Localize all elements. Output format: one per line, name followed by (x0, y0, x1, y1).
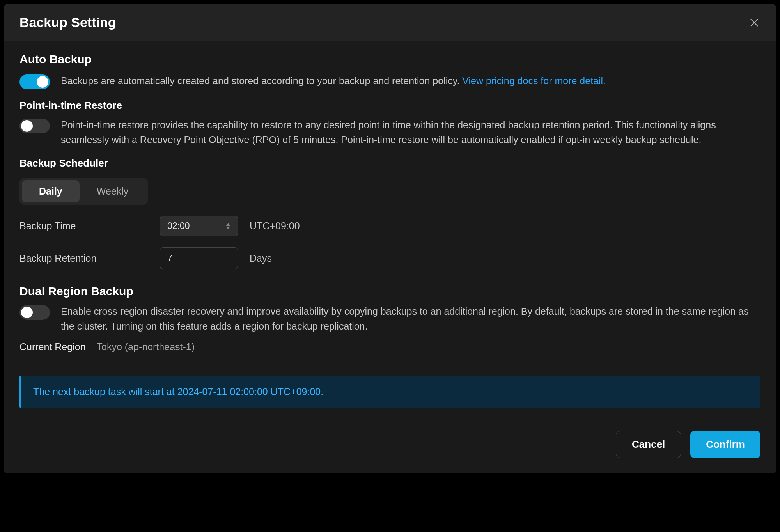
scheduler-title: Backup Scheduler (20, 157, 760, 169)
backup-time-row: Backup Time 02:00 UTC+09:00 (20, 216, 760, 236)
next-backup-text: The next backup task will start at 2024-… (33, 386, 323, 397)
auto-backup-desc-text: Backups are automatically created and st… (61, 75, 462, 86)
timezone-label: UTC+09:00 (250, 220, 300, 232)
retention-input[interactable] (160, 248, 238, 269)
dual-region-desc: Enable cross-region disaster recovery an… (61, 304, 760, 333)
current-region-row: Current Region Tokyo (ap-northeast-1) (20, 341, 760, 353)
cancel-button[interactable]: Cancel (616, 431, 681, 458)
current-region-label: Current Region (20, 341, 86, 353)
retention-label: Backup Retention (20, 253, 148, 264)
retention-row: Backup Retention Days (20, 247, 760, 269)
modal-header: Backup Setting (4, 4, 776, 41)
auto-backup-toggle[interactable] (20, 74, 50, 89)
pitr-toggle[interactable] (20, 119, 50, 133)
dual-region-row: Enable cross-region disaster recovery an… (20, 304, 760, 333)
dual-region-title: Dual Region Backup (20, 285, 760, 298)
modal-footer: Cancel Confirm (20, 431, 760, 458)
scheduler-tabs: Daily Weekly (20, 178, 148, 205)
backup-time-value: 02:00 (167, 221, 190, 231)
modal-body: Auto Backup Backups are automatically cr… (4, 41, 776, 473)
backup-time-select[interactable]: 02:00 (160, 216, 238, 236)
retention-stepper[interactable] (160, 247, 238, 269)
modal-title: Backup Setting (20, 15, 116, 30)
current-region-value: Tokyo (ap-northeast-1) (97, 341, 195, 353)
tab-daily[interactable]: Daily (22, 180, 80, 202)
auto-backup-title: Auto Backup (20, 53, 760, 66)
pitr-desc: Point-in-time restore provides the capab… (61, 118, 760, 147)
auto-backup-row: Backups are automatically created and st… (20, 74, 760, 89)
pitr-row: Point-in-time restore provides the capab… (20, 118, 760, 147)
backup-time-label: Backup Time (20, 220, 148, 232)
auto-backup-desc: Backups are automatically created and st… (61, 74, 606, 89)
close-icon[interactable] (748, 16, 760, 29)
confirm-button[interactable]: Confirm (690, 431, 760, 458)
select-arrows-icon (226, 223, 230, 229)
dual-region-toggle[interactable] (20, 305, 50, 320)
backup-setting-modal: Backup Setting Auto Backup Backups are a… (4, 4, 776, 473)
tab-weekly[interactable]: Weekly (80, 180, 146, 202)
next-backup-banner: The next backup task will start at 2024-… (20, 376, 760, 408)
pitr-title: Point-in-time Restore (20, 99, 760, 112)
retention-unit: Days (250, 253, 272, 264)
pricing-docs-link[interactable]: View pricing docs for more detail. (462, 75, 606, 86)
